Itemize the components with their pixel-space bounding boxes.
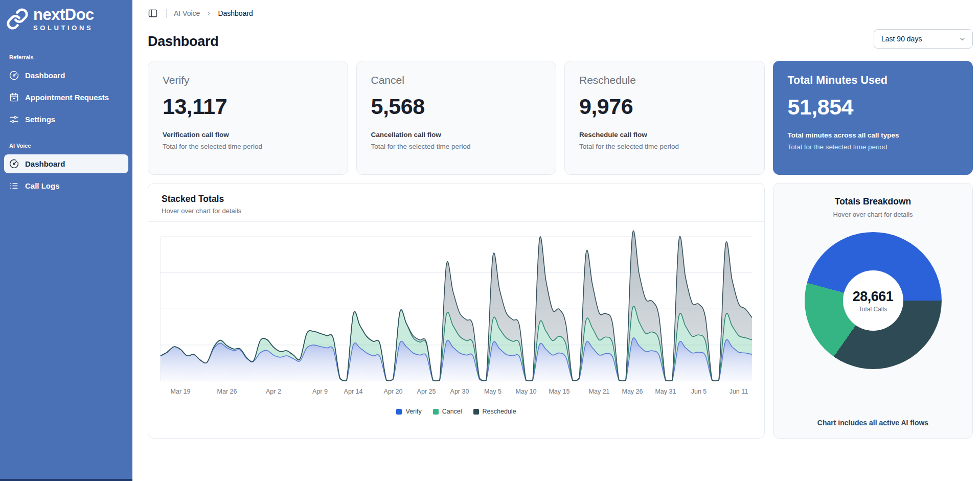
page-title: Dashboard xyxy=(148,34,218,50)
legend-item-cancel[interactable]: Cancel xyxy=(433,408,462,415)
x-tick-label: Apr 20 xyxy=(384,388,403,395)
sidebar-item-dashboard-ai-voice[interactable]: Dashboard xyxy=(4,154,128,173)
legend-label: Reschedule xyxy=(483,408,516,415)
x-tick-label: Jun 11 xyxy=(730,388,748,395)
x-tick-label: Mar 19 xyxy=(171,388,191,395)
legend-swatch-verify xyxy=(396,409,402,415)
stat-card-verify: Verify 13,117 Verification call flow Tot… xyxy=(148,61,348,175)
totals-breakdown-subtitle: Hover over chart for details xyxy=(833,211,913,218)
sliders-icon xyxy=(9,114,19,124)
stat-card-subtitle: Verification call flow xyxy=(163,131,333,139)
sidebar-item-call-logs[interactable]: Call Logs xyxy=(4,176,128,195)
link-icon xyxy=(6,8,29,30)
x-tick-label: May 15 xyxy=(549,388,569,395)
stat-card-caption: Total for the selected time period xyxy=(371,143,542,150)
sidebar-item-dashboard-referrals[interactable]: Dashboard xyxy=(4,66,128,85)
x-tick-label: May 26 xyxy=(622,388,643,395)
chevron-right-icon xyxy=(206,10,212,17)
sidebar: nextDoc SOLUTIONS Referrals Dashboard Ap… xyxy=(0,0,132,481)
stat-card-total-minutes: Total Minutes Used 51,854 Total minutes … xyxy=(773,61,973,175)
legend-swatch-cancel xyxy=(433,409,439,415)
brand-name: nextDoc xyxy=(33,7,94,24)
x-tick-label: Apr 2 xyxy=(266,388,281,395)
stat-card-value: 51,854 xyxy=(788,95,959,120)
donut-chart[interactable]: 28,661 Total Calls xyxy=(805,232,942,369)
breadcrumb: AI Voice Dashboard xyxy=(174,9,253,17)
breadcrumb-page: Dashboard xyxy=(218,9,253,17)
stacked-totals-card: Stacked Totals Hover over chart for deta… xyxy=(148,183,765,439)
stat-card-cancel: Cancel 5,568 Cancellation call flow Tota… xyxy=(356,61,557,175)
stat-card-value: 9,976 xyxy=(579,94,750,119)
legend-label: Cancel xyxy=(442,408,462,415)
stacked-totals-header: Stacked Totals Hover over chart for deta… xyxy=(148,184,764,222)
sidebar-item-settings[interactable]: Settings xyxy=(4,110,128,129)
x-tick-label: Jun 5 xyxy=(691,388,707,395)
sidebar-item-label: Call Logs xyxy=(25,181,60,190)
panel-left-icon xyxy=(148,8,158,18)
stat-card-value: 13,117 xyxy=(163,94,333,119)
x-tick-label: Mar 26 xyxy=(217,388,237,395)
breadcrumb-section[interactable]: AI Voice xyxy=(174,9,200,17)
sidebar-item-appointment-requests[interactable]: Appointment Requests xyxy=(4,88,128,107)
app-root: nextDoc SOLUTIONS Referrals Dashboard Ap… xyxy=(0,0,980,481)
brand-tagline: SOLUTIONS xyxy=(33,24,94,32)
list-icon xyxy=(9,181,19,191)
sidebar-section-referrals: Referrals xyxy=(0,54,132,60)
sidebar-item-label: Appointment Requests xyxy=(25,93,109,102)
stat-card-caption: Total for the selected time period xyxy=(788,143,959,151)
sidebar-item-label: Dashboard xyxy=(25,159,65,168)
charts-row: Stacked Totals Hover over chart for deta… xyxy=(148,183,973,439)
stat-card-subtitle: Cancellation call flow xyxy=(371,131,542,139)
main-area: AI Voice Dashboard Dashboard Last 90 day… xyxy=(132,0,980,481)
topbar-divider xyxy=(166,9,167,18)
donut-center-label: Total Calls xyxy=(859,306,887,313)
page-content: Dashboard Last 90 days Verify 13,117 Ver… xyxy=(132,27,980,439)
stat-card-subtitle: Total minutes across all call types xyxy=(788,131,959,139)
stacked-totals-title: Stacked Totals xyxy=(162,194,751,204)
gauge-icon xyxy=(9,71,19,80)
time-range-select[interactable]: Last 90 days xyxy=(874,29,973,49)
stat-card-title: Total Minutes Used xyxy=(788,74,959,87)
x-tick-label: Apr 30 xyxy=(450,388,469,395)
stat-cards-row: Verify 13,117 Verification call flow Tot… xyxy=(148,61,973,175)
topbar: AI Voice Dashboard xyxy=(132,0,980,27)
totals-breakdown-title: Totals Breakdown xyxy=(835,196,911,207)
x-tick-label: May 5 xyxy=(484,388,502,395)
stacked-totals-body: Mar 19Mar 26Apr 2Apr 9Apr 14Apr 20Apr 25… xyxy=(148,222,764,438)
stat-card-title: Verify xyxy=(163,74,333,86)
brand-logo[interactable]: nextDoc SOLUTIONS xyxy=(0,0,132,36)
sidebar-item-label: Dashboard xyxy=(25,71,65,80)
totals-breakdown-footer: Chart includes all active AI flows xyxy=(817,419,928,427)
stat-card-title: Cancel xyxy=(371,74,542,86)
chevron-down-icon xyxy=(959,35,966,43)
stat-card-caption: Total for the selected time period xyxy=(579,143,750,150)
legend-item-reschedule[interactable]: Reschedule xyxy=(473,408,516,415)
sidebar-section-ai-voice: AI Voice xyxy=(0,143,132,149)
time-range-value: Last 90 days xyxy=(881,35,922,43)
x-tick-label: May 21 xyxy=(589,388,610,395)
stat-card-subtitle: Reschedule call flow xyxy=(579,131,750,139)
legend-item-verify[interactable]: Verify xyxy=(396,408,421,415)
x-tick-label: Apr 14 xyxy=(344,388,363,395)
x-tick-label: Apr 25 xyxy=(417,388,436,395)
x-tick-label: May 10 xyxy=(516,388,537,395)
title-row: Dashboard Last 90 days xyxy=(148,29,973,50)
calendar-icon xyxy=(9,93,19,102)
brand-text: nextDoc SOLUTIONS xyxy=(33,7,94,32)
sidebar-toggle-button[interactable] xyxy=(148,8,159,19)
legend-label: Verify xyxy=(405,408,421,415)
stacked-totals-subtitle: Hover over chart for details xyxy=(162,207,751,215)
chart-legend: Verify Cancel Reschedule xyxy=(159,402,753,422)
legend-swatch-reschedule xyxy=(473,409,479,415)
stat-card-title: Reschedule xyxy=(579,74,750,86)
stat-card-caption: Total for the selected time period xyxy=(163,143,333,150)
stacked-area-chart[interactable]: Mar 19Mar 26Apr 2Apr 9Apr 14Apr 20Apr 25… xyxy=(159,230,753,402)
donut-center: 28,661 Total Calls xyxy=(843,270,903,331)
donut-center-value: 28,661 xyxy=(853,289,894,305)
stat-card-reschedule: Reschedule 9,976 Reschedule call flow To… xyxy=(564,61,765,175)
x-tick-label: May 31 xyxy=(655,388,676,395)
sidebar-item-label: Settings xyxy=(25,115,55,124)
x-tick-label: Apr 9 xyxy=(312,388,328,395)
totals-breakdown-card: Totals Breakdown Hover over chart for de… xyxy=(773,183,973,439)
stat-card-value: 5,568 xyxy=(371,94,542,119)
